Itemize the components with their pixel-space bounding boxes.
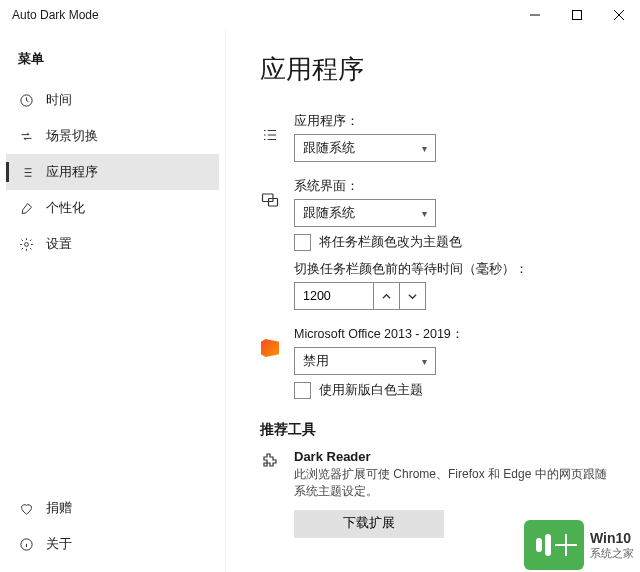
sidebar: 菜单 时间 场景切换 应用程序 [0,30,225,572]
delay-label: 切换任务栏颜色前的等待时间（毫秒）： [294,261,612,278]
system-ui-select-value: 跟随系统 [303,205,355,222]
svg-point-2 [24,242,28,246]
sidebar-item-donate[interactable]: 捐赠 [6,490,219,526]
watermark-line-1: Win10 [590,530,634,547]
chevron-down-icon: ▾ [422,356,427,367]
window-controls [514,0,640,30]
gear-icon [18,236,34,252]
watermark: Win10 系统之家 [518,520,640,572]
desktop-icon [260,178,280,200]
sidebar-item-settings[interactable]: 设置 [6,226,219,262]
chevron-down-icon: ▾ [422,143,427,154]
system-ui-label: 系统界面： [294,178,612,195]
office-icon [260,326,280,348]
tools-heading: 推荐工具 [260,421,612,439]
apps-label: 应用程序： [294,113,612,130]
brush-icon [18,200,34,216]
taskbar-color-checkbox[interactable] [294,234,311,251]
sidebar-heading: 菜单 [6,50,219,82]
puzzle-icon [260,449,280,469]
delay-decrement-button[interactable] [400,282,426,310]
minimize-button[interactable] [514,0,556,30]
nav-list: 时间 场景切换 应用程序 个性化 [6,82,219,262]
svg-rect-4 [263,194,274,202]
close-button[interactable] [598,0,640,30]
list-icon [18,164,34,180]
office-white-theme-checkbox[interactable] [294,382,311,399]
page-title: 应用程序 [260,52,612,87]
svg-rect-0 [573,11,582,20]
download-extension-button[interactable]: 下载扩展 [294,510,444,538]
sidebar-item-label: 时间 [46,91,72,109]
section-apps: 应用程序： 跟随系统 ▾ [260,113,612,162]
dark-reader-title: Dark Reader [294,449,612,464]
switch-icon [18,128,34,144]
office-label: Microsoft Office 2013 - 2019： [294,326,612,343]
section-system-ui: 系统界面： 跟随系统 ▾ 将任务栏颜色改为主题色 切换任务栏颜色前的等待时间（毫… [260,178,612,310]
sidebar-item-about[interactable]: 关于 [6,526,219,562]
sidebar-item-label: 应用程序 [46,163,98,181]
nav-bottom: 捐赠 关于 [6,490,219,562]
sidebar-item-scene[interactable]: 场景切换 [6,118,219,154]
delay-input[interactable] [294,282,374,310]
delay-increment-button[interactable] [374,282,400,310]
sidebar-item-apps[interactable]: 应用程序 [6,154,219,190]
apps-select-value: 跟随系统 [303,140,355,157]
watermark-badge [524,520,584,570]
heart-icon [18,500,34,516]
watermark-line-2: 系统之家 [590,547,634,560]
apps-select[interactable]: 跟随系统 ▾ [294,134,436,162]
office-select[interactable]: 禁用 ▾ [294,347,436,375]
chevron-down-icon: ▾ [422,208,427,219]
apps-icon [260,113,280,135]
title-bar: Auto Dark Mode [0,0,640,30]
window-title: Auto Dark Mode [12,8,99,22]
office-white-theme-label: 使用新版白色主题 [319,381,423,399]
sidebar-item-personalization[interactable]: 个性化 [6,190,219,226]
sidebar-item-time[interactable]: 时间 [6,82,219,118]
maximize-button[interactable] [556,0,598,30]
sidebar-item-label: 关于 [46,535,72,553]
sidebar-item-label: 个性化 [46,199,85,217]
clock-icon [18,92,34,108]
taskbar-color-checkbox-label: 将任务栏颜色改为主题色 [319,233,462,251]
dark-reader-desc: 此浏览器扩展可使 Chrome、Firefox 和 Edge 中的网页跟随系统主… [294,466,612,500]
delay-spinner [294,282,612,310]
system-ui-select[interactable]: 跟随系统 ▾ [294,199,436,227]
section-office: Microsoft Office 2013 - 2019： 禁用 ▾ 使用新版白… [260,326,612,399]
sidebar-item-label: 场景切换 [46,127,98,145]
sidebar-item-label: 设置 [46,235,72,253]
sidebar-item-label: 捐赠 [46,499,72,517]
main-panel: 应用程序 应用程序： 跟随系统 ▾ 系统界面： 跟随系统 [225,30,640,572]
info-icon [18,536,34,552]
office-select-value: 禁用 [303,353,329,370]
